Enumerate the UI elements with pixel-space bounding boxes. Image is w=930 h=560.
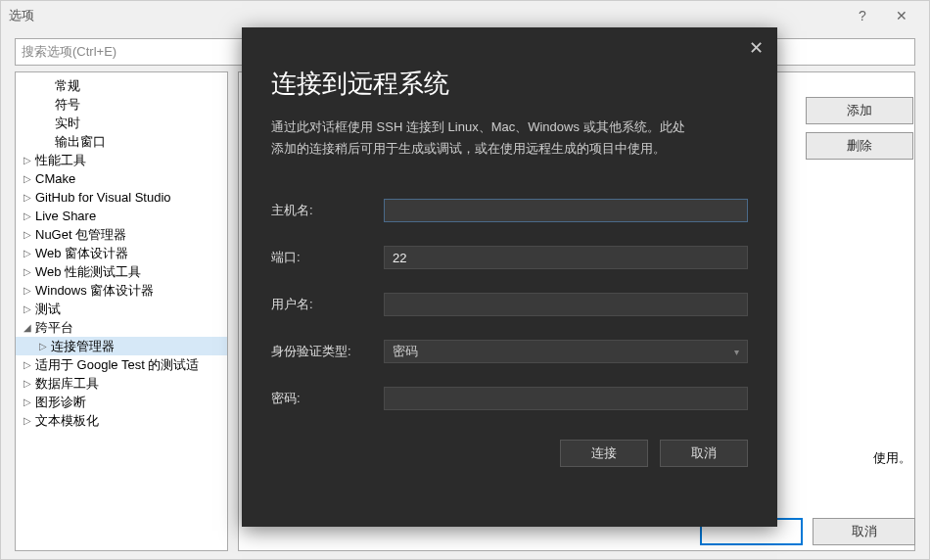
delete-button[interactable]: 删除 [806,132,913,160]
password-label: 密码: [271,390,384,407]
dialog-description: 通过此对话框使用 SSH 连接到 Linux、Mac、Windows 或其他系统… [271,117,748,160]
chevron-right-icon: ▷ [23,155,35,165]
tree-item-cmake[interactable]: ▷CMake [16,169,227,188]
chevron-right-icon: ▷ [23,229,35,240]
cancel-button[interactable]: 取消 [813,518,915,545]
port-input[interactable] [384,246,748,269]
right-hint-text: 使用。 [873,449,911,467]
host-label: 主机名: [271,202,384,219]
chevron-right-icon: ▷ [23,266,35,277]
tree-item-nuget[interactable]: ▷NuGet 包管理器 [16,225,227,244]
options-title: 选项 [9,7,843,24]
add-button[interactable]: 添加 [806,97,913,124]
tree-item-crossplat[interactable]: ◢跨平台 [16,318,227,337]
port-label: 端口: [271,249,384,266]
tree-item-winforms[interactable]: ▷Windows 窗体设计器 [16,281,227,300]
tree-item-connmgr[interactable]: ▷连接管理器 [16,337,227,355]
tree-item-symbols[interactable]: 符号 [16,95,227,114]
auth-type-select[interactable]: 密码 ▾ [384,340,748,363]
chevron-right-icon: ▷ [23,378,35,389]
tree-item-graphics[interactable]: ▷图形诊断 [16,393,227,411]
chevron-right-icon: ▷ [23,415,35,426]
user-input[interactable] [384,293,748,316]
tree-item-liveshare[interactable]: ▷Live Share [16,207,227,225]
user-label: 用户名: [271,296,384,313]
dialog-title: 连接到远程系统 [271,67,748,101]
chevron-right-icon: ▷ [23,285,35,296]
tree-item-texttmpl[interactable]: ▷文本模板化 [16,411,227,430]
cancel-button[interactable]: 取消 [660,440,748,467]
close-icon[interactable]: ✕ [749,37,764,59]
close-icon[interactable]: ✕ [882,1,921,30]
chevron-right-icon: ▷ [23,397,35,407]
tree-item-output[interactable]: 输出窗口 [16,132,227,151]
host-input[interactable] [384,199,748,222]
tree-item-github[interactable]: ▷GitHub for Visual Studio [16,188,227,207]
chevron-right-icon: ▷ [23,192,35,203]
tree-item-realtime[interactable]: 实时 [16,114,227,132]
auth-label: 身份验证类型: [271,343,384,360]
tree-item-gtest[interactable]: ▷适用于 Google Test 的测试适 [16,355,227,374]
connect-button[interactable]: 连接 [560,440,648,467]
options-tree[interactable]: 常规 符号 实时 输出窗口 ▷性能工具 ▷CMake ▷GitHub for V… [15,71,228,551]
help-icon[interactable]: ? [843,1,882,30]
password-input[interactable] [384,387,748,410]
tree-item-webperf[interactable]: ▷Web 性能测试工具 [16,262,227,281]
chevron-right-icon: ▷ [23,210,35,221]
auth-type-value: 密码 [393,343,418,360]
tree-item-webforms[interactable]: ▷Web 窗体设计器 [16,244,227,262]
chevron-right-icon: ▷ [23,173,35,184]
chevron-right-icon: ▷ [23,248,35,258]
tree-item-perf[interactable]: ▷性能工具 [16,151,227,169]
chevron-down-icon: ▾ [734,347,739,357]
tree-item-dbtools[interactable]: ▷数据库工具 [16,374,227,393]
chevron-right-icon: ▷ [23,359,35,370]
chevron-right-icon: ▷ [23,303,35,314]
chevron-right-icon: ▷ [39,341,51,351]
tree-item-test[interactable]: ▷测试 [16,300,227,318]
connect-remote-dialog: ✕ 连接到远程系统 通过此对话框使用 SSH 连接到 Linux、Mac、Win… [242,27,777,527]
options-titlebar: 选项 ? ✕ [1,1,929,30]
chevron-down-icon: ◢ [23,322,35,333]
tree-item-general[interactable]: 常规 [16,76,227,95]
